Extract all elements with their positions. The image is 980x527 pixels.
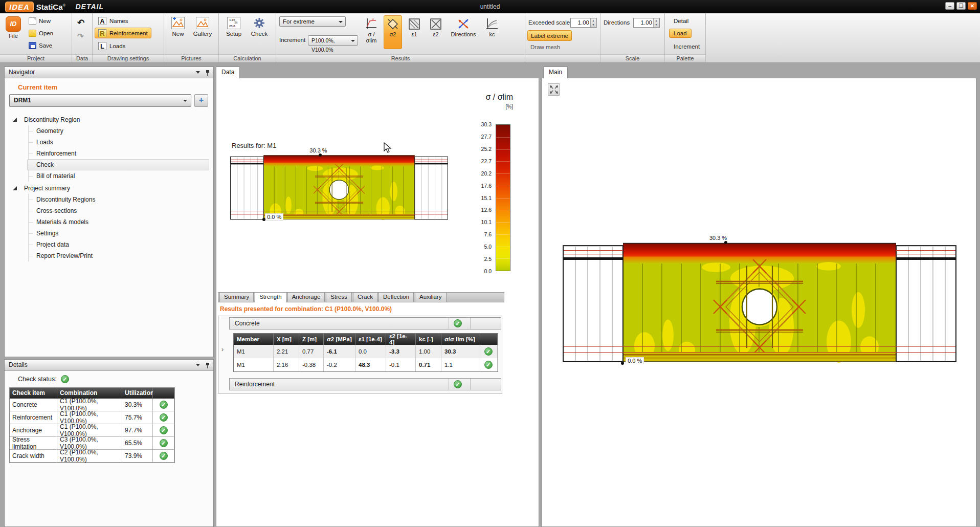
details-status-cell: ✓ — [153, 450, 174, 463]
tree-item-report-preview-print[interactable]: Report Preview/Print — [5, 250, 212, 261]
details-row-concrete[interactable]: ConcreteC1 (P100.0%, V100.0%)30.3%✓ — [10, 399, 174, 411]
expanded-node-icon[interactable] — [13, 118, 17, 122]
chevron-down-icon[interactable] — [196, 71, 200, 76]
loads-icon: L — [98, 42, 106, 50]
tree-item-loads[interactable]: Loads — [5, 137, 212, 148]
colorbar-tick-label: 12.6 — [462, 207, 492, 213]
main-beam-view[interactable]: 30.3 % 0.0 % — [563, 243, 956, 365]
concrete-column-header[interactable]: σ/σ lim [%] — [441, 334, 479, 345]
ribbon-group-pictures: New Gallery Pictures — [164, 13, 219, 62]
maximize-button[interactable]: ❐ — [956, 2, 966, 10]
save-button[interactable]: Save — [29, 42, 52, 49]
concrete-column-header[interactable]: σ2 [MPa] — [324, 334, 355, 345]
close-button[interactable]: ✕ — [968, 2, 977, 10]
results-tab-strength[interactable]: Strength — [255, 292, 286, 302]
picture-new-button[interactable]: New — [167, 15, 189, 37]
loads-toggle[interactable]: LLoads — [95, 40, 129, 51]
tree-item-bill-of-material[interactable]: Bill of material — [5, 170, 212, 182]
concrete-column-header[interactable]: X [m] — [274, 334, 299, 345]
results-tab-anchorage[interactable]: Anchorage — [287, 292, 325, 302]
concrete-column-header[interactable]: kc [-] — [416, 334, 441, 345]
details-column-header[interactable]: Check item — [10, 388, 57, 399]
results-tab-stress[interactable]: Stress — [326, 292, 352, 302]
details-row-stress-limitation[interactable]: Stress limitationC3 (P100.0%, V100.0%)65… — [10, 437, 174, 450]
reinforcement-toggle[interactable]: RReinforcement — [95, 28, 151, 38]
tab-data[interactable]: Data — [216, 67, 240, 78]
add-item-button[interactable]: + — [194, 94, 208, 107]
tree-item-settings[interactable]: Settings — [5, 228, 212, 239]
tree-item-geometry[interactable]: Geometry — [5, 125, 212, 137]
details-column-header[interactable]: Combination — [57, 388, 122, 399]
sigma-slim-result-button[interactable]: σ σ /σlim — [362, 15, 381, 49]
palette-load-option[interactable]: Load — [669, 29, 692, 38]
spinner-arrows-icon[interactable]: ▲▼ — [653, 18, 659, 27]
eps2-result-button[interactable]: ε2 — [427, 15, 445, 49]
results-tab-auxiliary[interactable]: Auxiliary — [415, 292, 446, 302]
file-button[interactable]: ID File — [3, 15, 24, 39]
eps1-result-button[interactable]: ε1 — [405, 15, 424, 49]
min-value-marker — [621, 362, 624, 365]
concrete-section-bar[interactable]: Concrete ✓ — [229, 317, 501, 330]
concrete-column-header-status — [479, 334, 498, 345]
tab-main[interactable]: Main — [543, 67, 568, 78]
tree-item-label: Geometry — [36, 127, 63, 135]
data-beam-view[interactable]: 30.3 % 0.0 % — [230, 155, 448, 221]
concrete-column-header[interactable]: Z [m] — [299, 334, 324, 345]
check-run-button[interactable]: Check — [249, 15, 270, 37]
results-tab-summary[interactable]: Summary — [219, 292, 254, 302]
tree-item-materials-models[interactable]: Materials & models — [5, 216, 212, 228]
palette-detail-option[interactable]: Detail — [669, 16, 693, 26]
results-tab-crack[interactable]: Crack — [353, 292, 377, 302]
details-column-header[interactable]: Utilization — [122, 388, 153, 399]
concrete-table-row[interactable]: M12.210.77-6.10.0-3.31.0030.3✓ — [234, 345, 498, 358]
palette-increment-option[interactable]: Increment — [669, 42, 704, 51]
concrete-column-header[interactable]: ε2 [1e-4] — [386, 334, 416, 345]
details-panel: Details Check status: ✓ Check itemCombin… — [4, 359, 214, 527]
new-button[interactable]: New — [29, 17, 51, 25]
data-panel: Results for: M1 — [216, 78, 539, 527]
kc-result-button[interactable]: kc — [483, 15, 501, 49]
tree-item-cross-sections[interactable]: Cross-sections — [5, 205, 212, 216]
directions-result-button[interactable]: Directions — [449, 15, 478, 49]
concrete-column-header[interactable]: ε1 [1e-4] — [355, 334, 386, 345]
spinner-arrows-icon[interactable]: ▲▼ — [590, 18, 596, 27]
extreme-selector[interactable]: For extreme — [279, 16, 346, 27]
details-row-crack-width[interactable]: Crack widthC2 (P100.0%, V100.0%)73.9%✓ — [10, 450, 174, 463]
label-extreme-toggle[interactable]: Label extreme — [527, 30, 572, 41]
details-status-cell: ✓ — [153, 437, 174, 450]
tree-item-discontinuity-regions[interactable]: Discontinuity Regions — [5, 194, 212, 205]
open-button[interactable]: Open — [29, 30, 53, 37]
gallery-button[interactable]: Gallery — [192, 15, 213, 37]
redo-button[interactable]: ↷ — [77, 32, 84, 41]
concrete-column-header[interactable]: Member — [234, 334, 274, 345]
row-expander-icon[interactable]: › — [221, 346, 224, 353]
details-row-anchorage[interactable]: AnchorageC1 (P100.0%, V100.0%)97.7%✓ — [10, 424, 174, 437]
details-cell: C1 (P100.0%, V100.0%) — [57, 411, 122, 424]
expanded-node-icon[interactable] — [13, 186, 17, 190]
setup-button[interactable]: 1.153625.8 Setup — [223, 15, 244, 37]
tree-item-project-data[interactable]: Project data — [5, 239, 212, 250]
reinforcement-section-bar[interactable]: Reinforcement ✓ — [229, 378, 501, 390]
tree-item-project-summary[interactable]: Project summary — [5, 183, 212, 194]
details-row-reinforcement[interactable]: ReinforcementC1 (P100.0%, V100.0%)75.7%✓ — [10, 411, 174, 424]
chevron-down-icon[interactable] — [196, 364, 200, 368]
current-item-select[interactable]: DRM1 — [9, 94, 191, 107]
exceeded-scale-spinner[interactable]: 1.00▲▼ — [570, 18, 597, 28]
directions-scale-spinner[interactable]: 1.00▲▼ — [633, 18, 660, 28]
increment-selector[interactable]: P100.0%, V100.0% — [308, 35, 358, 46]
reinforcement-icon: R — [98, 29, 106, 37]
concrete-table-cell: -3.3 — [386, 345, 416, 358]
concrete-table-row[interactable]: M12.16-0.38-0.248.3-0.10.711.1✓ — [234, 358, 498, 371]
draw-mesh-toggle[interactable]: Draw mesh — [530, 44, 560, 50]
concrete-table-cell: M1 — [234, 358, 274, 371]
results-tab-deflection[interactable]: Deflection — [378, 292, 414, 302]
tree-item-reinforcement[interactable]: Reinforcement — [5, 148, 212, 159]
details-column-header[interactable] — [153, 388, 174, 399]
expand-view-button[interactable] — [548, 83, 560, 96]
tree-item-discontinuity-region[interactable]: Discontinuity Region — [5, 114, 212, 125]
minimize-button[interactable]: – — [945, 2, 954, 10]
names-toggle[interactable]: ANames — [95, 15, 131, 26]
tree-item-check[interactable]: Check — [5, 159, 212, 170]
sigma2-result-button[interactable]: σ2 — [384, 15, 402, 49]
undo-button[interactable]: ↶ — [77, 17, 84, 28]
